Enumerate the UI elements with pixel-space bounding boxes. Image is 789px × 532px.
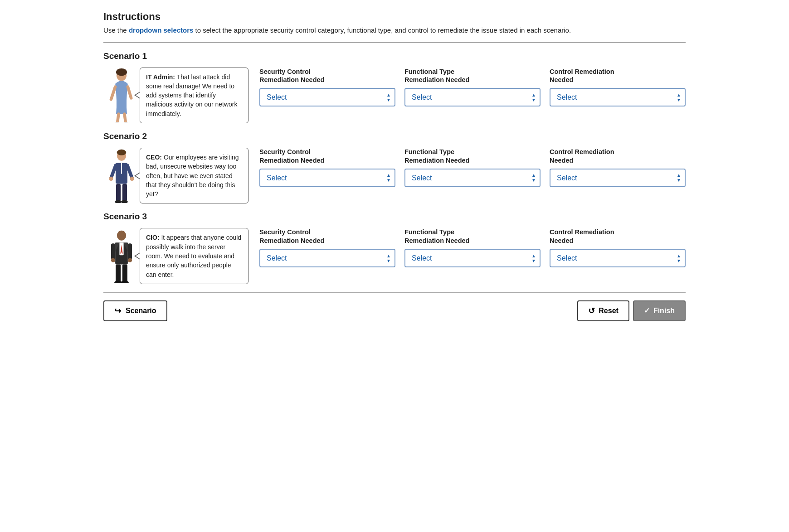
svg-line-3 [128,87,131,98]
finish-button[interactable]: ✓ Finish [633,300,686,321]
svg-point-1 [116,68,127,76]
svg-line-2 [111,87,115,100]
character-area-1: IT Admin: That last attack did some real… [103,68,248,123]
select-wrapper-s3-functional: Select▲▼ [404,249,541,267]
svg-rect-16 [116,184,121,201]
speaker-name-1: IT Admin: [146,73,175,81]
svg-line-4 [117,114,119,122]
instructions-divider [103,42,686,43]
select-wrapper-s2-security: Select▲▼ [259,169,395,187]
scenario-button[interactable]: ↪ Scenario [103,300,167,321]
speaker-name-3: CIO: [146,234,160,241]
svg-point-19 [121,200,128,203]
select-s1-functional[interactable]: Select [404,88,541,106]
svg-point-28 [111,258,115,262]
select-s3-control[interactable]: Select [550,249,686,267]
dropdown-group-s3-security: Security ControlRemediation NeededSelect… [259,228,395,267]
dropdowns-area-1: Security ControlRemediation NeededSelect… [259,68,686,107]
select-s2-functional[interactable]: Select [404,169,541,187]
page-wrapper: Instructions Use the dropdown selectors … [91,0,698,329]
dropdown-label-s2-functional: Functional TypeRemediation Needed [404,148,541,165]
select-wrapper-s3-security: Select▲▼ [259,249,395,267]
dropdown-label-s2-security: Security ControlRemediation Needed [259,148,395,165]
scenario-icon: ↪ [114,306,121,316]
scenario-row-2: CEO: Our employees are visiting bad, uns… [103,148,686,203]
bottom-right-buttons: ↺ Reset ✓ Finish [577,300,686,321]
scenario-row-3: CIO: It appears that anyone could possib… [103,228,686,284]
dropdown-group-s2-control: Control RemediationNeededSelect▲▼ [550,148,686,187]
dropdown-label-s1-security: Security ControlRemediation Needed [259,68,395,85]
instructions-section: Instructions Use the dropdown selectors … [103,11,686,36]
svg-point-29 [128,258,132,262]
select-s2-security[interactable]: Select [259,169,395,187]
dropdown-label-s3-security: Security ControlRemediation Needed [259,228,395,245]
dropdown-group-s1-security: Security ControlRemediation NeededSelect… [259,68,395,107]
instructions-text: Use the dropdown selectors to select the… [103,25,686,36]
character-area-2: CEO: Our employees are visiting bad, uns… [103,148,248,203]
select-wrapper-s1-control: Select▲▼ [550,88,686,106]
instructions-text-before: Use the [103,26,129,34]
reset-icon: ↺ [588,306,595,316]
dropdown-group-s1-functional: Functional TypeRemediation NeededSelect▲… [404,68,541,107]
finish-button-label: Finish [653,307,675,315]
dropdown-label-s3-control: Control RemediationNeeded [550,228,686,245]
quote-text-3: It appears that anyone could possibly wa… [146,234,241,278]
svg-point-15 [130,177,134,181]
svg-rect-17 [122,184,127,201]
svg-line-5 [124,114,126,122]
reset-button-label: Reset [599,307,619,315]
select-s3-functional[interactable]: Select [404,249,541,267]
dropdown-group-s3-control: Control RemediationNeededSelect▲▼ [550,228,686,267]
svg-point-9 [117,150,126,155]
select-wrapper-s3-control: Select▲▼ [550,249,686,267]
scenario-section-1: Scenario 1 IT Admin: That last attack di… [103,51,686,123]
instructions-title: Instructions [103,11,686,23]
svg-point-33 [121,281,129,284]
select-s1-security[interactable]: Select [259,88,395,106]
scenario-title-2: Scenario 2 [103,131,686,141]
svg-point-20 [117,231,126,241]
dropdown-label-s1-functional: Functional TypeRemediation Needed [404,68,541,85]
select-wrapper-s1-functional: Select▲▼ [404,88,541,106]
select-wrapper-s2-control: Select▲▼ [550,169,686,187]
character-area-3: CIO: It appears that anyone could possib… [103,228,248,284]
dropdown-group-s2-functional: Functional TypeRemediation NeededSelect▲… [404,148,541,187]
scenario-section-2: Scenario 2 CEO: Our employees are visiti… [103,131,686,203]
select-s3-security[interactable]: Select [259,249,395,267]
dropdown-label-s2-control: Control RemediationNeeded [550,148,686,165]
dropdown-label-s3-functional: Functional TypeRemediation Needed [404,228,541,245]
svg-rect-26 [111,244,115,260]
instructions-highlight: dropdown selectors [129,26,194,34]
dropdown-group-s1-control: Control RemediationNeededSelect▲▼ [550,68,686,107]
svg-rect-31 [122,265,127,282]
scenarios-container: Scenario 1 IT Admin: That last attack di… [103,51,686,284]
svg-line-12 [111,165,116,178]
dropdown-group-s2-security: Security ControlRemediation NeededSelect… [259,148,395,187]
scenario-title-3: Scenario 3 [103,212,686,222]
scenario-section-3: Scenario 3 CIO: It appears that anyone c… [103,212,686,284]
scenario-button-label: Scenario [126,307,156,315]
dropdowns-area-3: Security ControlRemediation NeededSelect… [259,228,686,267]
scenario-title-1: Scenario 1 [103,51,686,61]
svg-rect-27 [128,244,132,260]
bottom-bar: ↪ Scenario ↺ Reset ✓ Finish [103,292,686,329]
svg-line-13 [127,165,132,178]
select-s2-control[interactable]: Select [550,169,686,187]
speech-bubble-3: CIO: It appears that anyone could possib… [140,228,248,284]
select-s1-control[interactable]: Select [550,88,686,106]
dropdown-label-s1-control: Control RemediationNeeded [550,68,686,85]
reset-button[interactable]: ↺ Reset [577,300,629,321]
speaker-name-2: CEO: [146,154,162,161]
svg-point-32 [114,281,122,284]
dropdown-group-s3-functional: Functional TypeRemediation NeededSelect▲… [404,228,541,267]
speech-bubble-2: CEO: Our employees are visiting bad, uns… [140,148,248,203]
instructions-text-after: to select the appropriate security contr… [193,26,571,34]
dropdowns-area-2: Security ControlRemediation NeededSelect… [259,148,686,187]
svg-point-14 [109,177,113,181]
scenario-row-1: IT Admin: That last attack did some real… [103,68,686,123]
select-wrapper-s1-security: Select▲▼ [259,88,395,106]
svg-rect-30 [116,265,121,282]
finish-icon: ✓ [644,306,650,315]
select-wrapper-s2-functional: Select▲▼ [404,169,541,187]
svg-point-18 [115,200,122,203]
